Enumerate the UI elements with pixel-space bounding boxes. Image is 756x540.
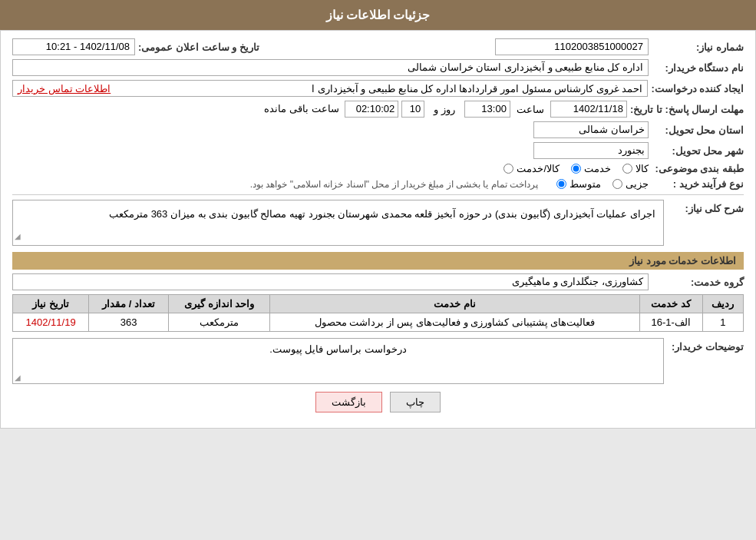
divider-1 — [12, 194, 744, 195]
cell-name: فعالیت‌های پشتیبانی کشاورزی و فعالیت‌های… — [270, 313, 639, 332]
table-row: 1 الف-1-16 فعالیت‌های پشتیبانی کشاورزی و… — [13, 313, 744, 332]
rooz-label: روز و — [434, 104, 455, 115]
cell-radif: 1 — [702, 313, 743, 332]
baghimande-time: 02:10:02 — [345, 101, 398, 118]
shomareNiaz-group: شماره نیاز: 1102003851000027 — [495, 38, 744, 55]
baghimande-label: ساعت باقی مانده — [264, 103, 338, 114]
cell-tedad: 363 — [89, 313, 169, 332]
tabaghe-kala-label: کالا — [636, 163, 649, 174]
table-header-row: ردیف کد خدمت نام خدمت واحد اندازه گیری ت… — [13, 295, 744, 313]
chap-button[interactable]: چاپ — [390, 392, 441, 412]
col-kod: کد خدمت — [639, 295, 702, 313]
etelaatTamas-link[interactable]: اطلاعات تماس خریدار — [18, 83, 111, 94]
ostan-value: خراسان شمالی — [533, 121, 649, 138]
saat-label: ساعت — [517, 104, 544, 115]
noe-jozi-label: جزیی — [626, 178, 649, 190]
tabaghe-kala-khedmat-label: کالا/خدمت — [517, 163, 560, 174]
col-name: نام خدمت — [270, 295, 639, 313]
resize-icon-2: ◢ — [15, 373, 21, 382]
col-tarikh: تاریخ نیاز — [13, 295, 89, 313]
row-shahr: شهر محل تحویل: بجنورد — [12, 142, 744, 159]
date-value: 1402/11/18 — [550, 101, 627, 118]
tabaghe-label: طبقه بندی موضوعی: — [652, 163, 744, 174]
cell-kod: الف-1-16 — [639, 313, 702, 332]
ijadKonande-value: احمد غروی کارشناس مسئول امور قراردادها ا… — [12, 80, 648, 97]
namDastgah-value: اداره کل منابع طبیعی و آبخیزداری استان خ… — [12, 59, 649, 76]
saat-value: 13:00 — [464, 101, 510, 118]
page-title: جزئیات اطلاعات نیاز — [326, 8, 431, 22]
buttons-row: چاپ بازگشت — [12, 392, 744, 412]
tabaghe-kala-radio[interactable] — [622, 164, 632, 174]
col-tedad: تعداد / مقدار — [89, 295, 169, 313]
bazgasht-button[interactable]: بازگشت — [315, 392, 382, 412]
row-mohlatErsal: مهلت ارسال پاسخ: تا تاریخ: 1402/11/18 سا… — [12, 101, 744, 118]
row-grooh: گروه خدمت: کشاورزی، جنگلداری و ماهیگیری — [12, 273, 744, 290]
resize-icon: ◢ — [15, 230, 21, 243]
noe-motevaset[interactable]: متوسط — [556, 178, 601, 190]
rooz-value: 10 — [401, 101, 424, 118]
section-khadamat: اطلاعات خدمات مورد نیاز — [12, 252, 744, 270]
noe-jozi[interactable]: جزیی — [612, 178, 649, 190]
noe-motevaset-label: متوسط — [569, 178, 601, 190]
tozihaat-label: توضیحات خریدار: — [667, 341, 744, 353]
noe-jozi-radio[interactable] — [612, 179, 622, 189]
row-noeFarayand: نوع فرآیند خرید : جزیی متوسط پرداخت تمام… — [12, 178, 744, 190]
row-namDastgah: نام دستگاه خریدار: اداره کل منابع طبیعی … — [12, 59, 744, 76]
table-head: ردیف کد خدمت نام خدمت واحد اندازه گیری ت… — [13, 295, 744, 313]
row-ijadKonande: ایجاد کننده درخواست: احمد غروی کارشناس م… — [12, 80, 744, 97]
tabaghe-kala-khedmat-radio[interactable] — [503, 164, 513, 174]
row-tozihaat: توضیحات خریدار: درخواست براساس فایل پیوس… — [12, 338, 744, 384]
tabaghe-radio-group: کالا خدمت کالا/خدمت — [503, 163, 649, 174]
row-tabaghe: طبقه بندی موضوعی: کالا خدمت کالا/خدمت — [12, 163, 744, 174]
tabaghe-kala-khedmat[interactable]: کالا/خدمت — [503, 163, 560, 174]
namDastgah-label: نام دستگاه خریدار: — [652, 62, 744, 74]
page-header: جزئیات اطلاعات نیاز — [0, 0, 756, 30]
ijadKonande-label: ایجاد کننده درخواست: — [651, 83, 744, 94]
noeFarayand-note: پرداخت تمام یا بخشی از مبلغ خریدار از مح… — [250, 179, 538, 190]
shomareNiaz-label: شماره نیاز: — [652, 41, 744, 53]
row-ostan: استان محل تحویل: خراسان شمالی — [12, 121, 744, 138]
shahr-value: بجنورد — [533, 142, 649, 159]
grooh-label: گروه خدمت: — [652, 277, 744, 288]
tarikh-saat-group: تاریخ و ساعت اعلان عمومی: 1402/11/08 - 1… — [12, 38, 259, 55]
col-vahed: واحد اندازه گیری — [169, 295, 270, 313]
noe-motevaset-radio[interactable] — [556, 179, 566, 189]
tarikh-saat-label: تاریخ و ساعت اعلان عمومی: — [138, 41, 259, 53]
ostan-label: استان محل تحویل: — [652, 124, 744, 136]
table-body: 1 الف-1-16 فعالیت‌های پشتیبانی کشاورزی و… — [13, 313, 744, 332]
shomareNiaz-value: 1102003851000027 — [495, 38, 649, 55]
tozihaat-value: درخواست براساس فایل پیوست. ◢ — [12, 338, 664, 384]
sharh-label: شرح کلی نیاز: — [667, 203, 744, 214]
sharh-value: اجرای عملیات آبخیزداری (گابیون بندی) در … — [12, 200, 664, 246]
services-table: ردیف کد خدمت نام خدمت واحد اندازه گیری ت… — [12, 294, 744, 332]
tabaghe-kala[interactable]: کالا — [622, 163, 649, 174]
mohlatErsal-label: مهلت ارسال پاسخ: تا تاریخ: — [630, 104, 744, 115]
baghimande-value-box: 02:10:02 ساعت باقی مانده — [261, 101, 398, 118]
row-shomareNiaz: شماره نیاز: 1102003851000027 تاریخ و ساع… — [12, 38, 744, 55]
tabaghe-khedmat[interactable]: خدمت — [571, 163, 611, 174]
tabaghe-khedmat-label: خدمت — [584, 163, 611, 174]
noeFarayand-label: نوع فرآیند خرید : — [652, 178, 744, 190]
tabaghe-khedmat-radio[interactable] — [571, 164, 581, 174]
cell-vahed: مترمکعب — [169, 313, 270, 332]
tarikh-saat-value: 1402/11/08 - 10:21 — [12, 38, 135, 55]
main-content: شماره نیاز: 1102003851000027 تاریخ و ساع… — [0, 30, 756, 429]
noeFarayand-radio-group: جزیی متوسط — [556, 178, 649, 190]
cell-tarikh: 1402/11/19 — [13, 313, 89, 332]
shahr-label: شهر محل تحویل: — [652, 145, 744, 157]
grooh-value: کشاورزی، جنگلداری و ماهیگیری — [12, 273, 649, 290]
page-wrapper: جزئیات اطلاعات نیاز شماره نیاز: 11020038… — [0, 0, 756, 429]
row-sharh: شرح کلی نیاز: اجرای عملیات آبخیزداری (گا… — [12, 200, 744, 246]
col-radif: ردیف — [702, 295, 743, 313]
